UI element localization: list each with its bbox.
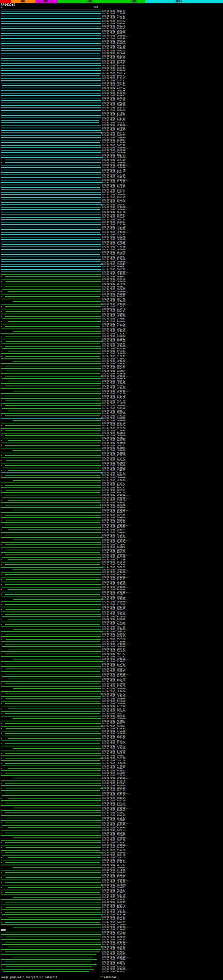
hit-line[interactable]: [5, 435, 101, 436]
hit-line[interactable]: [1, 418, 101, 418]
hit-line[interactable]: [1, 220, 101, 220]
hit-line[interactable]: [5, 415, 100, 416]
hit-line[interactable]: [8, 321, 101, 322]
hit-line[interactable]: [5, 872, 101, 873]
hit-line[interactable]: [13, 808, 101, 808]
hit-line[interactable]: [2, 289, 101, 290]
hit-line[interactable]: [8, 649, 101, 649]
hit-line[interactable]: [1, 185, 101, 185]
hit-line[interactable]: [1, 137, 101, 138]
hit-line[interactable]: [1, 651, 101, 652]
hit-line[interactable]: [1, 70, 101, 71]
hit-line[interactable]: [2, 885, 101, 885]
hit-line[interactable]: [2, 408, 101, 409]
hit-line[interactable]: [2, 587, 101, 587]
hit-line[interactable]: [5, 366, 101, 366]
hit-line[interactable]: [5, 525, 101, 525]
hit-line[interactable]: [1, 666, 101, 667]
hit-line[interactable]: [1, 227, 101, 228]
hit-line[interactable]: [1, 448, 101, 449]
hit-line[interactable]: [8, 440, 101, 441]
hit-line[interactable]: [1, 65, 101, 66]
hit-line[interactable]: [1, 100, 101, 101]
hit-line[interactable]: [6, 758, 101, 759]
hit-line[interactable]: [1, 403, 100, 404]
hit-line[interactable]: [1, 329, 101, 329]
hit-line[interactable]: [1, 815, 101, 816]
hit-line[interactable]: [1, 800, 101, 801]
hit-line[interactable]: [6, 490, 101, 490]
hit-line[interactable]: [6, 341, 101, 342]
hit-line[interactable]: [8, 827, 101, 828]
hit-line[interactable]: [5, 614, 101, 615]
hit-line[interactable]: [1, 547, 101, 547]
hit-line[interactable]: [1, 152, 101, 153]
hit-line[interactable]: [5, 951, 100, 952]
hit-line[interactable]: [5, 803, 100, 803]
hit-line[interactable]: [1, 237, 101, 237]
hit-line[interactable]: [1, 192, 101, 192]
hit-line[interactable]: [1, 234, 101, 235]
hit-line[interactable]: [8, 351, 101, 352]
hit-line[interactable]: [1, 155, 101, 155]
hit-line[interactable]: [1, 865, 101, 865]
hit-line[interactable]: [1, 123, 99, 123]
hit-line[interactable]: [1, 964, 95, 965]
hit-line[interactable]: [1, 934, 101, 935]
hit-line[interactable]: [5, 475, 100, 476]
hit-line[interactable]: [1, 358, 101, 359]
hit-line[interactable]: [1, 622, 101, 622]
hit-line[interactable]: [1, 711, 101, 712]
hit-line[interactable]: [1, 194, 101, 195]
hit-line[interactable]: [1, 98, 100, 99]
hit-line[interactable]: [1, 601, 101, 602]
hit-line[interactable]: [1, 442, 101, 443]
hit-line[interactable]: [1, 269, 101, 270]
hit-line[interactable]: [1, 80, 101, 81]
hit-line[interactable]: [1, 641, 100, 642]
hit-line[interactable]: [5, 684, 100, 684]
hit-line[interactable]: [1, 91, 101, 91]
hit-line[interactable]: [1, 95, 101, 96]
hit-line[interactable]: [1, 344, 100, 344]
hit-line[interactable]: [1, 810, 101, 811]
hit-line[interactable]: [1, 18, 101, 19]
hit-line[interactable]: [1, 284, 100, 284]
hit-line[interactable]: [2, 468, 101, 468]
hit-line[interactable]: [1, 107, 101, 108]
hit-line[interactable]: [6, 788, 101, 788]
hit-line[interactable]: [6, 728, 101, 729]
hit-line[interactable]: [1, 850, 100, 851]
hit-line[interactable]: [1, 487, 101, 488]
hit-line[interactable]: [8, 917, 101, 918]
hit-line[interactable]: [1, 43, 101, 44]
hit-line[interactable]: [8, 470, 101, 471]
hit-line[interactable]: [1, 631, 101, 632]
hit-line[interactable]: [5, 306, 101, 307]
hit-line[interactable]: [13, 599, 101, 600]
hit-line[interactable]: [2, 795, 101, 796]
hit-line[interactable]: [5, 296, 100, 297]
hit-line[interactable]: [1, 845, 101, 845]
hit-line[interactable]: [1, 929, 6, 931]
hit-line[interactable]: [1, 247, 101, 247]
hit-line[interactable]: [1, 222, 101, 223]
hit-line[interactable]: [1, 661, 101, 662]
hit-line[interactable]: [1, 413, 101, 414]
hit-line[interactable]: [1, 207, 101, 208]
hit-line[interactable]: [1, 840, 101, 841]
hit-line[interactable]: [13, 331, 101, 332]
hit-line[interactable]: [1, 209, 100, 210]
hit-line[interactable]: [8, 291, 101, 292]
hit-line[interactable]: [1, 182, 101, 183]
hit-line[interactable]: [1, 363, 101, 364]
hit-line[interactable]: [1, 274, 101, 275]
hit-line[interactable]: [2, 825, 101, 826]
hit-line[interactable]: [1, 716, 101, 716]
hit-line[interactable]: [5, 495, 101, 495]
hit-line[interactable]: [1, 492, 100, 493]
hit-line[interactable]: [1, 140, 101, 140]
hit-line[interactable]: [5, 425, 101, 426]
hit-line[interactable]: [1, 830, 101, 830]
hit-line[interactable]: [1, 463, 100, 463]
